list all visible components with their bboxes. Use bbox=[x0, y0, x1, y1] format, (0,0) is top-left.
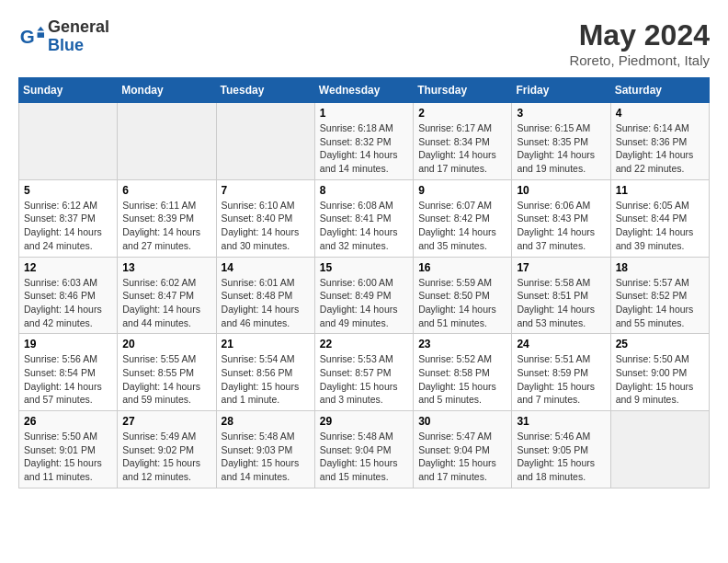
calendar-cell: 9Sunrise: 6:07 AM Sunset: 8:42 PM Daylig… bbox=[414, 179, 512, 257]
logo: G General Blue bbox=[18, 18, 109, 55]
day-info: Sunrise: 5:50 AM Sunset: 9:01 PM Dayligh… bbox=[24, 430, 112, 484]
day-number: 12 bbox=[24, 261, 112, 274]
calendar-cell: 2Sunrise: 6:17 AM Sunset: 8:34 PM Daylig… bbox=[414, 103, 512, 180]
day-info: Sunrise: 5:54 AM Sunset: 8:56 PM Dayligh… bbox=[222, 352, 310, 407]
day-number: 29 bbox=[320, 415, 408, 428]
calendar-cell: 6Sunrise: 6:11 AM Sunset: 8:39 PM Daylig… bbox=[118, 179, 216, 257]
calendar-cell: 15Sunrise: 6:00 AM Sunset: 8:49 PM Dayli… bbox=[314, 257, 413, 334]
title-block: May 2024 Roreto, Piedmont, Italy bbox=[569, 18, 710, 68]
calendar-week-row: 5Sunrise: 6:12 AM Sunset: 8:37 PM Daylig… bbox=[19, 179, 710, 257]
day-info: Sunrise: 5:59 AM Sunset: 8:50 PM Dayligh… bbox=[418, 276, 506, 330]
day-info: Sunrise: 5:49 AM Sunset: 9:02 PM Dayligh… bbox=[122, 430, 210, 484]
calendar-cell: 30Sunrise: 5:47 AM Sunset: 9:04 PM Dayli… bbox=[414, 411, 512, 488]
day-number: 6 bbox=[122, 184, 210, 197]
day-info: Sunrise: 5:55 AM Sunset: 8:55 PM Dayligh… bbox=[122, 352, 210, 407]
day-info: Sunrise: 6:17 AM Sunset: 8:34 PM Dayligh… bbox=[418, 121, 506, 176]
day-number: 26 bbox=[24, 415, 112, 428]
calendar-cell: 22Sunrise: 5:53 AM Sunset: 8:57 PM Dayli… bbox=[314, 334, 413, 411]
weekday-header: Friday bbox=[512, 78, 610, 103]
calendar: SundayMondayTuesdayWednesdayThursdayFrid… bbox=[18, 77, 710, 488]
svg-marker-2 bbox=[38, 32, 44, 38]
calendar-cell: 12Sunrise: 6:03 AM Sunset: 8:46 PM Dayli… bbox=[19, 257, 118, 334]
day-info: Sunrise: 5:56 AM Sunset: 8:54 PM Dayligh… bbox=[24, 352, 112, 407]
day-number: 10 bbox=[517, 184, 605, 197]
day-info: Sunrise: 6:03 AM Sunset: 8:46 PM Dayligh… bbox=[24, 276, 112, 330]
calendar-cell: 23Sunrise: 5:52 AM Sunset: 8:58 PM Dayli… bbox=[414, 334, 512, 411]
calendar-week-row: 26Sunrise: 5:50 AM Sunset: 9:01 PM Dayli… bbox=[19, 411, 710, 488]
day-info: Sunrise: 5:53 AM Sunset: 8:57 PM Dayligh… bbox=[320, 352, 408, 407]
day-number: 21 bbox=[222, 338, 310, 350]
calendar-cell: 14Sunrise: 6:01 AM Sunset: 8:48 PM Dayli… bbox=[216, 257, 314, 334]
logo-general: General bbox=[48, 17, 109, 36]
day-info: Sunrise: 6:08 AM Sunset: 8:41 PM Dayligh… bbox=[320, 199, 408, 253]
calendar-cell: 24Sunrise: 5:51 AM Sunset: 8:59 PM Dayli… bbox=[512, 334, 610, 411]
day-number: 13 bbox=[122, 261, 210, 274]
calendar-cell bbox=[610, 411, 709, 488]
day-number: 28 bbox=[222, 415, 310, 428]
calendar-cell: 25Sunrise: 5:50 AM Sunset: 9:00 PM Dayli… bbox=[610, 334, 709, 411]
svg-text:G: G bbox=[20, 25, 35, 46]
day-number: 1 bbox=[320, 107, 408, 120]
day-info: Sunrise: 5:48 AM Sunset: 9:04 PM Dayligh… bbox=[320, 430, 408, 484]
day-info: Sunrise: 6:02 AM Sunset: 8:47 PM Dayligh… bbox=[122, 276, 210, 330]
calendar-cell: 3Sunrise: 6:15 AM Sunset: 8:35 PM Daylig… bbox=[512, 103, 610, 180]
day-info: Sunrise: 6:06 AM Sunset: 8:43 PM Dayligh… bbox=[517, 199, 605, 253]
location: Roreto, Piedmont, Italy bbox=[569, 52, 710, 68]
day-info: Sunrise: 5:48 AM Sunset: 9:03 PM Dayligh… bbox=[222, 430, 310, 484]
day-info: Sunrise: 6:10 AM Sunset: 8:40 PM Dayligh… bbox=[222, 199, 310, 253]
calendar-week-row: 12Sunrise: 6:03 AM Sunset: 8:46 PM Dayli… bbox=[19, 257, 710, 334]
day-info: Sunrise: 6:11 AM Sunset: 8:39 PM Dayligh… bbox=[122, 199, 210, 253]
day-number: 22 bbox=[320, 338, 408, 350]
calendar-cell: 1Sunrise: 6:18 AM Sunset: 8:32 PM Daylig… bbox=[314, 103, 413, 180]
day-info: Sunrise: 5:57 AM Sunset: 8:52 PM Dayligh… bbox=[616, 276, 704, 330]
month-title: May 2024 bbox=[569, 18, 710, 52]
logo-blue: Blue bbox=[48, 36, 84, 54]
calendar-cell: 20Sunrise: 5:55 AM Sunset: 8:55 PM Dayli… bbox=[118, 334, 216, 411]
day-number: 9 bbox=[418, 184, 506, 197]
day-number: 16 bbox=[418, 261, 506, 274]
day-info: Sunrise: 6:07 AM Sunset: 8:42 PM Dayligh… bbox=[418, 199, 506, 253]
calendar-cell bbox=[118, 103, 216, 180]
calendar-cell: 28Sunrise: 5:48 AM Sunset: 9:03 PM Dayli… bbox=[216, 411, 314, 488]
day-number: 24 bbox=[517, 338, 605, 350]
day-info: Sunrise: 6:01 AM Sunset: 8:48 PM Dayligh… bbox=[222, 276, 310, 330]
day-number: 2 bbox=[418, 107, 506, 120]
calendar-cell: 31Sunrise: 5:46 AM Sunset: 9:05 PM Dayli… bbox=[512, 411, 610, 488]
logo-text: General Blue bbox=[48, 18, 109, 55]
calendar-cell: 8Sunrise: 6:08 AM Sunset: 8:41 PM Daylig… bbox=[314, 179, 413, 257]
weekday-header: Wednesday bbox=[314, 78, 413, 103]
day-number: 31 bbox=[517, 415, 605, 428]
day-info: Sunrise: 5:50 AM Sunset: 9:00 PM Dayligh… bbox=[616, 352, 704, 407]
weekday-header: Tuesday bbox=[216, 78, 314, 103]
page-header: G General Blue May 2024 Roreto, Piedmont… bbox=[18, 18, 710, 68]
calendar-week-row: 1Sunrise: 6:18 AM Sunset: 8:32 PM Daylig… bbox=[19, 103, 710, 180]
svg-marker-1 bbox=[38, 27, 44, 31]
calendar-cell: 21Sunrise: 5:54 AM Sunset: 8:56 PM Dayli… bbox=[216, 334, 314, 411]
day-number: 25 bbox=[616, 338, 704, 350]
day-number: 3 bbox=[517, 107, 605, 120]
day-number: 5 bbox=[24, 184, 112, 197]
day-info: Sunrise: 6:00 AM Sunset: 8:49 PM Dayligh… bbox=[320, 276, 408, 330]
weekday-header: Thursday bbox=[414, 78, 512, 103]
day-number: 23 bbox=[418, 338, 506, 350]
day-info: Sunrise: 5:47 AM Sunset: 9:04 PM Dayligh… bbox=[418, 430, 506, 484]
weekday-header: Sunday bbox=[19, 78, 118, 103]
calendar-cell: 18Sunrise: 5:57 AM Sunset: 8:52 PM Dayli… bbox=[610, 257, 709, 334]
calendar-cell: 19Sunrise: 5:56 AM Sunset: 8:54 PM Dayli… bbox=[19, 334, 118, 411]
calendar-cell: 4Sunrise: 6:14 AM Sunset: 8:36 PM Daylig… bbox=[610, 103, 709, 180]
day-number: 30 bbox=[418, 415, 506, 428]
day-number: 19 bbox=[24, 338, 112, 350]
calendar-cell: 26Sunrise: 5:50 AM Sunset: 9:01 PM Dayli… bbox=[19, 411, 118, 488]
day-number: 17 bbox=[517, 261, 605, 274]
calendar-week-row: 19Sunrise: 5:56 AM Sunset: 8:54 PM Dayli… bbox=[19, 334, 710, 411]
day-number: 14 bbox=[222, 261, 310, 274]
logo-icon: G bbox=[18, 24, 44, 50]
calendar-cell: 13Sunrise: 6:02 AM Sunset: 8:47 PM Dayli… bbox=[118, 257, 216, 334]
day-info: Sunrise: 6:12 AM Sunset: 8:37 PM Dayligh… bbox=[24, 199, 112, 253]
calendar-cell: 5Sunrise: 6:12 AM Sunset: 8:37 PM Daylig… bbox=[19, 179, 118, 257]
day-number: 27 bbox=[122, 415, 210, 428]
calendar-cell: 17Sunrise: 5:58 AM Sunset: 8:51 PM Dayli… bbox=[512, 257, 610, 334]
calendar-cell: 29Sunrise: 5:48 AM Sunset: 9:04 PM Dayli… bbox=[314, 411, 413, 488]
day-number: 18 bbox=[616, 261, 704, 274]
day-info: Sunrise: 6:15 AM Sunset: 8:35 PM Dayligh… bbox=[517, 121, 605, 176]
